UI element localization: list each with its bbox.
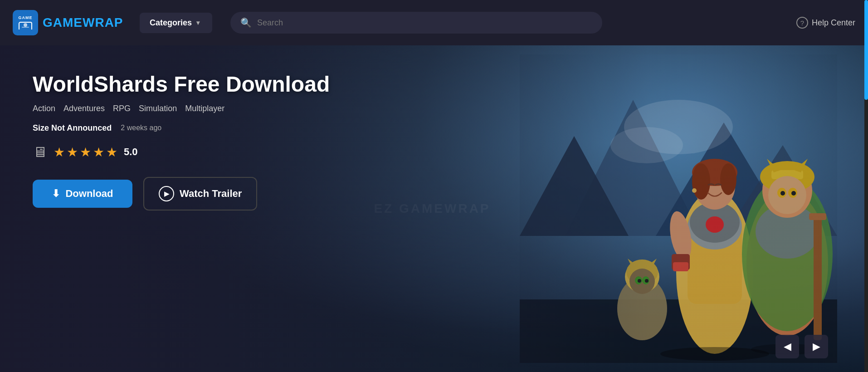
tag-rpg: RPG bbox=[113, 104, 131, 113]
header: GAME GAMEWRAP Categories ▾ 🔍 ? Help Cent… bbox=[0, 0, 868, 45]
star-5: ★ bbox=[106, 145, 117, 160]
nav-arrows: ◀ ▶ bbox=[775, 335, 828, 358]
hero-content: WorldShards Free Download Action Adventu… bbox=[33, 73, 330, 210]
stars: ★ ★ ★ ★ ★ bbox=[54, 145, 117, 160]
star-1: ★ bbox=[54, 145, 65, 160]
logo-area: GAME GAMEWRAP bbox=[13, 10, 131, 35]
star-4: ★ bbox=[93, 145, 104, 160]
game-title: WorldShards Free Download bbox=[33, 73, 330, 97]
tags-row: Action Adventures RPG Simulation Multipl… bbox=[33, 104, 330, 113]
help-icon: ? bbox=[796, 17, 808, 29]
header-right: ? Help Center bbox=[796, 17, 855, 29]
tag-multiplayer: Multiplayer bbox=[185, 104, 224, 113]
size-label: Size Not Announced bbox=[33, 123, 112, 133]
time-label: 2 weeks ago bbox=[121, 124, 161, 132]
logo-icon: GAME bbox=[13, 10, 38, 35]
categories-button[interactable]: Categories ▾ bbox=[140, 13, 212, 33]
star-3: ★ bbox=[80, 145, 91, 160]
play-icon: ▶ bbox=[159, 186, 174, 201]
svg-point-1 bbox=[24, 23, 27, 27]
meta-row: Size Not Announced 2 weeks ago bbox=[33, 123, 330, 133]
tag-action: Action bbox=[33, 104, 55, 113]
next-arrow-button[interactable]: ▶ bbox=[805, 335, 828, 358]
action-row: ⬇ Download ▶ Watch Trailer bbox=[33, 177, 330, 210]
rating-row: 🖥 ★ ★ ★ ★ ★ 5.0 bbox=[33, 144, 330, 161]
download-button[interactable]: ⬇ Download bbox=[33, 180, 132, 208]
search-input[interactable] bbox=[257, 18, 592, 28]
tag-simulation: Simulation bbox=[139, 104, 177, 113]
hero-section: EZ GAMEWRAP WorldShards Free Download Ac… bbox=[0, 45, 864, 372]
chevron-down-icon: ▾ bbox=[196, 19, 200, 26]
search-bar: 🔍 bbox=[230, 12, 602, 34]
monitor-icon: 🖥 bbox=[33, 144, 47, 161]
logo-text: GAMEWRAP bbox=[43, 15, 123, 30]
search-icon: 🔍 bbox=[240, 17, 252, 28]
rating-number: 5.0 bbox=[124, 146, 138, 158]
prev-arrow-icon: ◀ bbox=[784, 341, 791, 352]
watch-trailer-button[interactable]: ▶ Watch Trailer bbox=[143, 177, 257, 210]
tag-adventures: Adventures bbox=[63, 104, 105, 113]
star-2: ★ bbox=[67, 145, 78, 160]
next-arrow-icon: ▶ bbox=[813, 341, 820, 352]
scroll-thumb[interactable] bbox=[864, 0, 868, 100]
download-icon: ⬇ bbox=[52, 188, 60, 200]
help-center-button[interactable]: ? Help Center bbox=[796, 17, 855, 29]
scroll-indicator[interactable] bbox=[864, 0, 868, 372]
svg-rect-2 bbox=[22, 27, 29, 28]
prev-arrow-button[interactable]: ◀ bbox=[775, 335, 799, 358]
